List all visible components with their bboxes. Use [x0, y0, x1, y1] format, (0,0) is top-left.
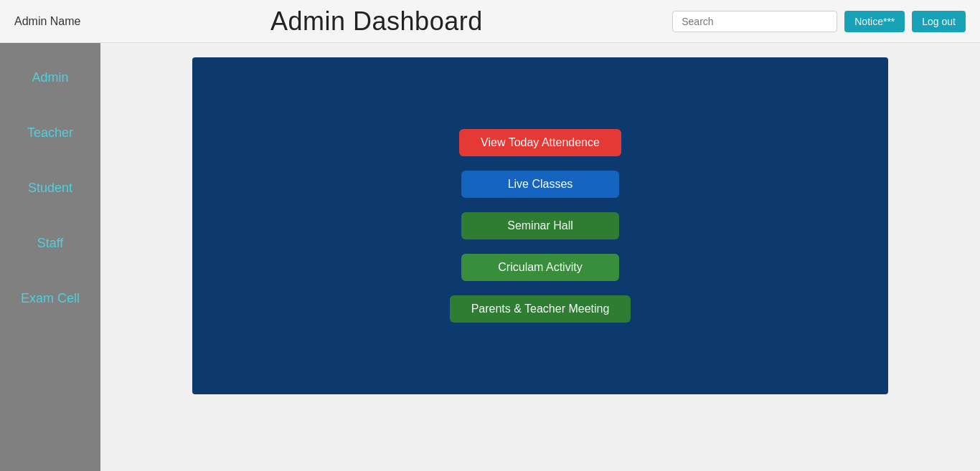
sidebar-item-staff[interactable]: Staff: [0, 216, 100, 271]
curriculum-activity-button[interactable]: Criculam Activity: [461, 254, 619, 281]
content-area: View Today Attendence Live Classes Semin…: [100, 43, 980, 471]
view-attendance-button[interactable]: View Today Attendence: [459, 129, 621, 156]
search-input[interactable]: [672, 11, 837, 32]
live-classes-button[interactable]: Live Classes: [461, 171, 619, 198]
page-title: Admin Dashboard: [270, 6, 483, 37]
header: Admin Name Admin Dashboard Notice*** Log…: [0, 0, 980, 43]
header-right: Notice*** Log out: [672, 11, 966, 32]
parents-teacher-meeting-button[interactable]: Parents & Teacher Meeting: [450, 295, 631, 323]
sidebar-item-student[interactable]: Student: [0, 161, 100, 216]
seminar-hall-button[interactable]: Seminar Hall: [461, 212, 619, 239]
notice-button[interactable]: Notice***: [844, 11, 905, 32]
admin-name: Admin Name: [14, 15, 80, 28]
dashboard-panel: View Today Attendence Live Classes Semin…: [192, 57, 888, 394]
sidebar-item-admin[interactable]: Admin: [0, 50, 100, 105]
main-layout: Admin Teacher Student Staff Exam Cell Vi…: [0, 43, 980, 471]
logout-button[interactable]: Log out: [912, 11, 966, 32]
sidebar-item-teacher[interactable]: Teacher: [0, 105, 100, 161]
sidebar: Admin Teacher Student Staff Exam Cell: [0, 43, 100, 471]
sidebar-item-exam-cell[interactable]: Exam Cell: [0, 271, 100, 326]
